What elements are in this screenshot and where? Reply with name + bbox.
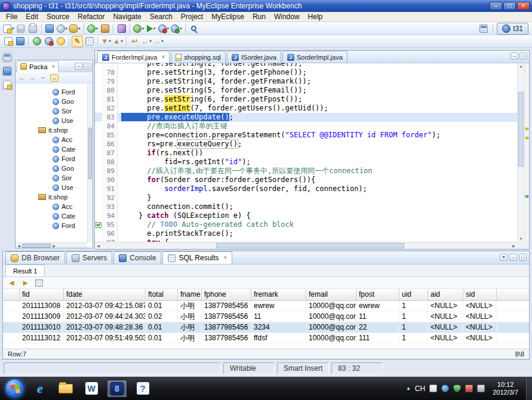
code-line[interactable]: 89 //插入订单项,由于要在同一个事务中,所以要使用同一个connection [95,167,517,176]
link-with-editor-toggle[interactable]: ↔ [50,74,59,82]
tree-item-sor[interactable]: Sor [16,106,87,116]
content-wizard-button[interactable] [116,23,127,34]
tree-item-ford[interactable]: Ford [16,87,87,97]
dropdown-icon[interactable]: ▾ [180,26,182,31]
maximize-view-icon[interactable]: □ [84,63,91,70]
tray-expand-icon[interactable]: ▲ [406,386,411,391]
maximize-button[interactable]: □ [503,2,516,10]
tree-item-use[interactable]: Use [16,183,87,192]
code-line[interactable]: 88 fid=rs.getInt("id"); [95,158,517,167]
taskbar-explorer-button[interactable] [56,380,76,398]
scroll-right-icon[interactable]: ▶ [51,244,57,248]
overview-ruler[interactable] [524,63,529,242]
menu-file[interactable]: File [2,12,21,21]
perspective-t31-button[interactable]: t31 [497,23,528,35]
dropdown-icon[interactable]: ▾ [109,39,111,44]
view-tab-console[interactable]: Console [113,251,161,264]
minimize-view-icon[interactable]: – [509,254,517,261]
language-indicator[interactable]: CH [415,384,425,393]
occurrence-marker[interactable] [525,128,528,130]
occurrence-marker[interactable] [525,137,528,139]
editor-vscrollbar[interactable]: ▲ ▼ [517,63,524,242]
code-line[interactable]: 82 pre.setInt(7, forder.getUsers().getUi… [95,104,517,113]
view-tab-sql-results[interactable]: SQL Results× [162,251,232,264]
save-button[interactable] [16,23,27,34]
tree-item-it.shop[interactable]: it.shop [16,125,87,135]
task-marker[interactable] [525,195,528,198]
table-row[interactable]: 20111130122012-03-07 09:51:49.5030.01小明1… [3,333,529,344]
maximize-view-icon[interactable]: □ [519,254,527,261]
tree-item-ford[interactable]: Ford [16,221,87,230]
dropdown-icon[interactable]: ▾ [142,26,144,31]
tree-item-cate[interactable]: Cate [16,144,87,154]
debug-button[interactable]: ▾ [133,23,145,34]
scroll-up-icon[interactable]: ▲ [519,63,523,69]
database-button[interactable]: ▾ [69,23,81,34]
code-line[interactable]: 84 //查询出插入订单的主键 [95,122,517,131]
profile-button[interactable]: ▾ [170,23,183,34]
table-row[interactable]: 20111130102012-03-07 09:48:28.360.01小明13… [3,322,529,333]
scrollbar-thumb[interactable] [518,92,524,167]
scrollbar-thumb[interactable] [88,128,92,179]
explorer-hscrollbar[interactable]: ◀ ▶ [16,242,87,248]
dropdown-icon[interactable]: ▾ [167,26,170,31]
dropdown-icon[interactable]: ▾ [161,39,164,44]
new-package-button[interactable] [99,23,110,34]
column-header-aid[interactable]: aid [428,289,463,300]
new-wizard-button[interactable]: ▾ [2,23,15,34]
menu-navigate[interactable]: Navigate [109,12,145,21]
previous-annotation-button[interactable]: ▲▾ [112,36,124,47]
type-hierarchy-button[interactable] [43,36,54,47]
run-button[interactable]: ▾ [146,23,157,34]
code-line[interactable]: 91 sorderImpl.saveSorder(sorder, fid, co… [95,184,517,193]
code-line[interactable]: 93 connection.commit(); [95,202,517,211]
code-line[interactable]: 90 for(Sorder sorder:forder.getSorders()… [95,176,517,184]
minimize-view-icon[interactable]: – [511,53,518,60]
menu-project[interactable]: Project [177,12,207,21]
code-line[interactable]: 83 pre.executeUpdate(); [95,113,517,122]
menu-help[interactable]: Help [304,12,327,21]
close-icon[interactable]: × [223,255,227,261]
editor-tab-isorder.java[interactable]: JISorder.java [227,51,281,63]
print-button[interactable] [27,23,39,34]
result-tab[interactable]: Result 1 [5,264,45,276]
taskbar-myeclipse-button[interactable]: 8 [107,380,127,398]
tree-item-goo[interactable]: Goo [16,97,87,106]
tray-volume-icon[interactable] [477,384,485,392]
code-line[interactable]: 81 pre.setString(6, forder.getFpost()); [95,95,517,104]
column-header-fpost[interactable]: fpost [356,289,399,300]
column-header-fdate[interactable]: fdate [64,289,146,300]
back-button[interactable]: ← [19,73,26,82]
explorer-vscrollbar[interactable] [87,84,93,242]
menu-search[interactable]: Search [146,12,177,21]
show-whitespace-button[interactable] [84,36,95,47]
code-line[interactable]: 85 pre=connection.prepareStatement("SELE… [95,131,517,140]
column-header-fremark[interactable]: fremark [251,289,306,300]
scroll-down-icon[interactable]: ▼ [519,236,523,242]
format-button[interactable] [55,36,66,47]
dropdown-icon[interactable]: ▾ [66,26,68,31]
java-editor-button[interactable] [14,36,26,47]
taskbar-ie-button[interactable]: e [30,380,50,398]
tree-item-acc[interactable]: Acc [16,202,87,211]
table-row[interactable]: 20111130092012-03-07 09:44:24.3030.02小明1… [3,312,529,322]
tree-item-sor[interactable]: Sor [16,173,87,183]
view-menu-icon[interactable]: ▾ [500,254,508,261]
minimize-view-icon[interactable]: – [75,63,82,70]
tray-alert-icon[interactable] [465,384,473,392]
tree-item-acc[interactable]: Acc [16,135,87,144]
tree-item-use[interactable]: Use [16,116,87,125]
open-perspective-button[interactable] [478,23,489,34]
scroll-right-icon[interactable]: ▶ [511,244,517,248]
editor-hscrollbar[interactable]: ◀ ▶ [95,242,517,249]
open-type-button[interactable] [31,36,42,47]
column-header-fphone[interactable]: fphone [202,289,251,300]
code-line[interactable]: 78 pre.setString(3, forder.getFphone()); [95,68,517,77]
close-button[interactable]: × [517,2,530,10]
show-desktop-button[interactable] [526,377,532,400]
dropdown-icon[interactable]: ▾ [149,39,152,44]
tree-item-ford[interactable]: Ford [16,154,87,164]
new-java-class-button[interactable]: ▾ [87,23,99,34]
maximize-view-icon[interactable]: □ [519,53,527,60]
dropdown-icon[interactable]: ▾ [12,26,14,31]
